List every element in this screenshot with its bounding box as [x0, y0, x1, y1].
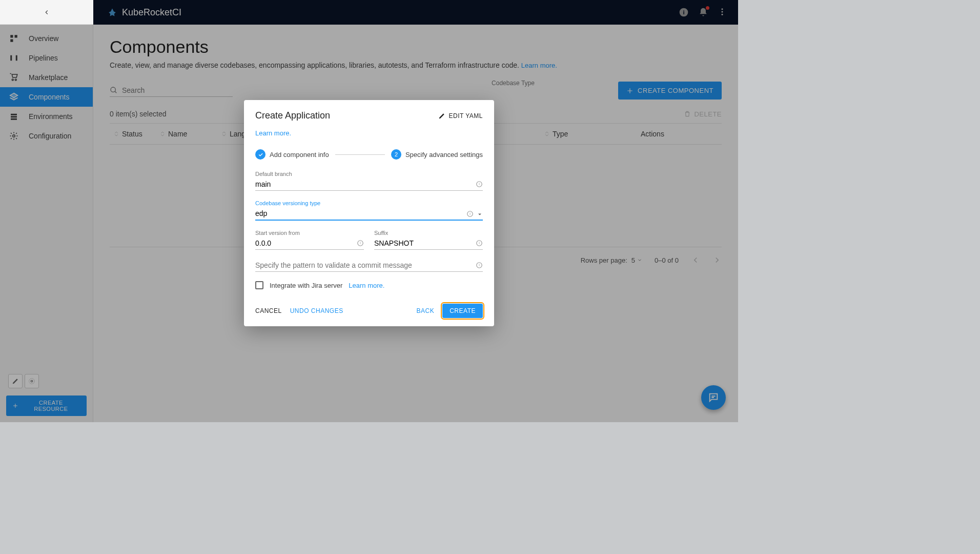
start-version-input[interactable]	[255, 237, 364, 250]
info-icon[interactable]: i	[466, 210, 474, 217]
step-check-icon	[255, 149, 266, 160]
info-icon[interactable]: i	[476, 240, 483, 247]
svg-text:i: i	[479, 263, 480, 267]
chevron-down-icon	[477, 211, 483, 217]
svg-text:i: i	[479, 241, 480, 245]
jira-label: Integrate with Jira server	[270, 282, 342, 289]
stepper: Add component info 2 Specify advanced se…	[255, 149, 483, 160]
step-2[interactable]: 2 Specify advanced settings	[391, 149, 483, 160]
jira-learn-more-link[interactable]: Learn more.	[349, 282, 384, 289]
modal-overlay: Create Application EDIT YAML Learn more.…	[0, 0, 738, 422]
svg-text:i: i	[479, 182, 480, 186]
versioning-type-select[interactable]	[255, 207, 483, 221]
edit-yaml-button[interactable]: EDIT YAML	[438, 112, 483, 120]
step-1[interactable]: Add component info	[255, 149, 329, 160]
step-number-icon: 2	[391, 149, 401, 160]
dialog-learn-more-link[interactable]: Learn more.	[255, 129, 291, 137]
undo-changes-button[interactable]: UNDO CHANGES	[290, 307, 343, 314]
create-button[interactable]: CREATE	[442, 304, 483, 318]
start-version-field[interactable]: Start version from i	[255, 230, 364, 250]
cancel-button[interactable]: CANCEL	[255, 307, 282, 314]
svg-text:i: i	[360, 241, 361, 245]
info-icon[interactable]: i	[357, 240, 364, 247]
step-connector	[335, 154, 385, 155]
info-icon[interactable]: i	[476, 181, 483, 188]
svg-text:i: i	[469, 212, 471, 215]
back-button[interactable]: BACK	[417, 307, 435, 314]
field-label: Start version from	[255, 230, 364, 236]
chevron-left-icon	[43, 9, 50, 16]
field-label: Codebase versioning type	[255, 200, 483, 206]
suffix-field[interactable]: Suffix i	[374, 230, 483, 250]
versioning-type-field[interactable]: Codebase versioning type i	[255, 200, 483, 221]
jira-checkbox[interactable]	[255, 281, 263, 289]
info-icon[interactable]: i	[476, 262, 483, 269]
commit-pattern-field[interactable]: i	[255, 259, 483, 272]
create-application-dialog: Create Application EDIT YAML Learn more.…	[244, 100, 494, 326]
dialog-title: Create Application	[255, 110, 330, 121]
sidebar-collapse-button[interactable]	[0, 0, 93, 25]
commit-pattern-input[interactable]	[255, 259, 483, 272]
pencil-icon	[438, 112, 445, 120]
field-label: Suffix	[374, 230, 483, 236]
default-branch-input[interactable]	[255, 178, 483, 191]
field-label: Default branch	[255, 171, 483, 177]
default-branch-field[interactable]: Default branch i	[255, 171, 483, 191]
suffix-input[interactable]	[374, 237, 483, 250]
